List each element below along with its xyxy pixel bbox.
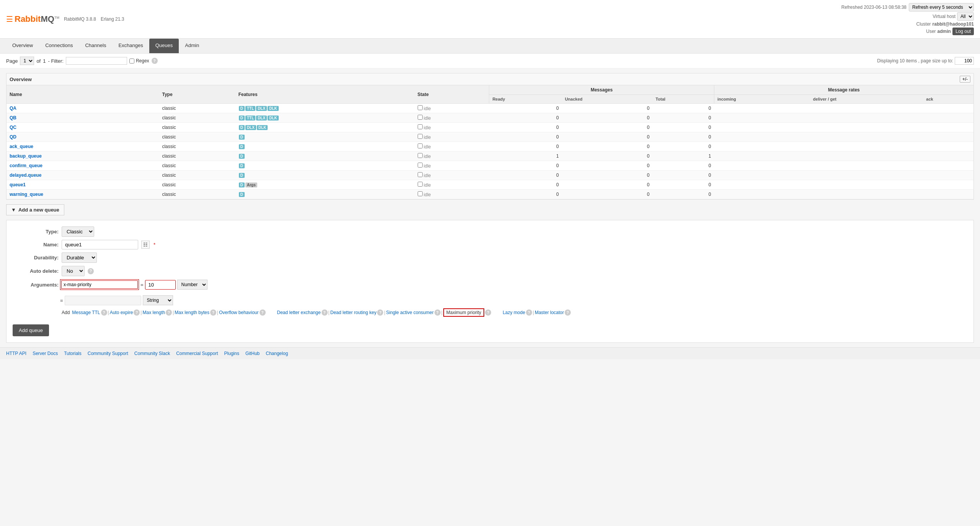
queue-name-link[interactable]: queue1: [10, 182, 26, 187]
args-type-select-1[interactable]: Number String Boolean: [177, 280, 207, 290]
page-select[interactable]: 1: [20, 57, 34, 65]
footer-plugins[interactable]: Plugins: [224, 351, 239, 356]
overflow-help[interactable]: ?: [260, 309, 266, 316]
nav-overview[interactable]: Overview: [6, 39, 39, 53]
footer-changelog[interactable]: Changelog: [266, 351, 288, 356]
add-dead-letter-routing-key[interactable]: Dead letter routing key: [330, 310, 377, 315]
queue-name-link[interactable]: warning_queue: [10, 192, 43, 197]
queue-state: idle: [415, 171, 489, 180]
queue-rate-cell: [714, 161, 810, 171]
args-key-input-2[interactable]: [65, 296, 141, 305]
queue-select-checkbox[interactable]: [418, 134, 423, 139]
page-size-input[interactable]: [955, 57, 974, 65]
queue-ready: 0: [489, 180, 562, 190]
queue-select-checkbox[interactable]: [418, 153, 423, 158]
queue-select-checkbox[interactable]: [418, 105, 423, 110]
footer-github[interactable]: GitHub: [245, 351, 260, 356]
name-copy-icon[interactable]: ☷: [141, 241, 150, 249]
vhost-row: Virtual host All /: [933, 12, 974, 21]
max-priority-help[interactable]: ?: [485, 309, 491, 316]
add-single-active-consumer[interactable]: Single active consumer: [386, 310, 434, 315]
plus-minus-button[interactable]: +/-: [960, 76, 970, 83]
queue-select-checkbox[interactable]: [418, 182, 423, 187]
feature-badge: D: [239, 125, 245, 130]
queue-name-link[interactable]: QD: [10, 134, 16, 140]
dlrk-help[interactable]: ?: [377, 309, 383, 316]
feature-badge: Args: [245, 182, 257, 187]
queue-rate-cell: [810, 142, 923, 151]
feature-badge: DLX: [256, 116, 267, 121]
queue-select-checkbox[interactable]: [418, 115, 423, 120]
add-queue-section: ▼ Add a new queue Type: Classic Quorum N…: [6, 204, 974, 343]
nav-connections[interactable]: Connections: [39, 39, 79, 53]
queue-select-checkbox[interactable]: [418, 172, 423, 177]
queue-select-checkbox[interactable]: [418, 143, 423, 148]
auto-expire-help[interactable]: ?: [134, 309, 140, 316]
message-ttl-help[interactable]: ?: [101, 309, 107, 316]
type-select[interactable]: Classic Quorum: [62, 226, 94, 237]
auto-delete-help-icon[interactable]: ?: [88, 268, 94, 274]
add-dead-letter-exchange[interactable]: Dead letter exchange: [277, 310, 321, 315]
feature-badge: DLK: [268, 116, 279, 121]
queue-rate-cell: [923, 104, 973, 113]
auto-delete-select[interactable]: No Yes: [62, 266, 85, 276]
add-queue-form: Type: Classic Quorum Name: ☷ * Durabilit…: [6, 220, 974, 343]
add-message-ttl[interactable]: Message TTL: [72, 310, 100, 315]
regex-help-icon[interactable]: ?: [152, 58, 158, 64]
footer-community-support[interactable]: Community Support: [88, 351, 128, 356]
queue-features: D: [235, 190, 415, 199]
regex-checkbox[interactable]: [129, 59, 134, 64]
queue-name-link[interactable]: QA: [10, 106, 16, 111]
nav-channels[interactable]: Channels: [79, 39, 112, 53]
queue-name-link[interactable]: delayed.queue: [10, 173, 41, 178]
queue-select-checkbox[interactable]: [418, 191, 423, 196]
add-queue-toggle[interactable]: ▼ Add a new queue: [6, 204, 64, 215]
name-input[interactable]: [62, 240, 138, 249]
queue-ready: 0: [489, 190, 562, 199]
durability-select[interactable]: Durable Transient: [62, 252, 97, 263]
footer-community-slack[interactable]: Community Slack: [134, 351, 170, 356]
queue-unacked: 0: [562, 190, 653, 199]
nav-exchanges[interactable]: Exchanges: [112, 39, 149, 53]
args-type-select-2[interactable]: String Number Boolean: [143, 295, 173, 305]
queue-name-link[interactable]: confirm_queue: [10, 163, 42, 168]
queue-type: classic: [159, 161, 235, 171]
refresh-select[interactable]: Refresh every 5 seconds No refresh Refre…: [909, 3, 974, 11]
nav-queues[interactable]: Queues: [149, 39, 179, 53]
filter-label: - Filter:: [48, 58, 63, 64]
queue-name-link[interactable]: QB: [10, 115, 16, 121]
queue-name-link[interactable]: backup_queue: [10, 153, 42, 159]
queue-rate-cell: [810, 123, 923, 132]
filter-input[interactable]: [66, 57, 127, 65]
dle-help[interactable]: ?: [322, 309, 328, 316]
add-queue-button[interactable]: Add queue: [13, 324, 49, 336]
args-val-input-1[interactable]: [145, 280, 176, 290]
add-overflow-behaviour[interactable]: Overflow behaviour: [219, 310, 258, 315]
queue-select-checkbox[interactable]: [418, 124, 423, 129]
lazy-help[interactable]: ?: [526, 309, 532, 316]
queue-ready: 0: [489, 171, 562, 180]
queue-name-link[interactable]: QC: [10, 125, 16, 130]
max-length-help[interactable]: ?: [166, 309, 172, 316]
logout-button[interactable]: Log out: [952, 28, 974, 35]
footer-commercial-support[interactable]: Commercial Support: [176, 351, 218, 356]
queue-name-link[interactable]: ack_queue: [10, 144, 33, 149]
add-master-locator[interactable]: Master locator: [535, 310, 564, 315]
add-max-length-bytes[interactable]: Max length bytes: [175, 310, 209, 315]
footer-http-api[interactable]: HTTP API: [6, 351, 26, 356]
queue-total: 0: [653, 113, 714, 123]
footer-tutorials[interactable]: Tutorials: [64, 351, 82, 356]
queue-rate-cell: [923, 151, 973, 161]
max-length-bytes-help[interactable]: ?: [210, 309, 216, 316]
add-max-length[interactable]: Max length: [142, 310, 165, 315]
master-help[interactable]: ?: [565, 309, 571, 316]
footer-server-docs[interactable]: Server Docs: [33, 351, 58, 356]
vhost-select[interactable]: All /: [957, 12, 974, 21]
queue-select-checkbox[interactable]: [418, 163, 423, 168]
add-auto-expire[interactable]: Auto expire: [110, 310, 133, 315]
durability-label: Durability:: [13, 255, 59, 261]
nav-admin[interactable]: Admin: [179, 39, 205, 53]
add-lazy-mode[interactable]: Lazy mode: [503, 310, 525, 315]
args-key-input-1[interactable]: [61, 280, 138, 289]
sac-help[interactable]: ?: [434, 309, 441, 316]
